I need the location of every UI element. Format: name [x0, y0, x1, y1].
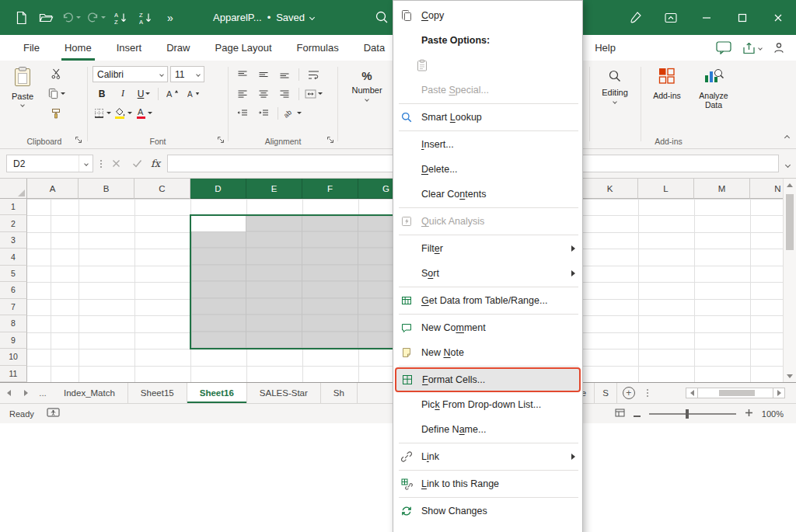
- search-icon[interactable]: [375, 10, 389, 26]
- menu-item-link[interactable]: Link: [393, 444, 582, 469]
- row-header-11[interactable]: 11: [0, 366, 27, 382]
- selection-range[interactable]: [190, 214, 415, 349]
- sheet-nav-right-icon[interactable]: [17, 383, 34, 403]
- active-cell-D2[interactable]: [191, 216, 246, 231]
- column-header-D[interactable]: D: [190, 179, 246, 199]
- scroll-right-icon[interactable]: [773, 388, 785, 398]
- row-header-5[interactable]: 5: [0, 266, 27, 282]
- name-box[interactable]: D2: [6, 155, 93, 172]
- menu-item-insert[interactable]: Insert...: [393, 132, 582, 157]
- align-middle-button[interactable]: [254, 66, 273, 82]
- row-header-2[interactable]: 2: [0, 215, 27, 231]
- menu-item-copy[interactable]: Copy: [393, 3, 582, 28]
- column-header-K[interactable]: K: [582, 179, 638, 199]
- ribbon-options-icon[interactable]: [653, 0, 689, 35]
- comments-button[interactable]: [716, 41, 731, 54]
- zoom-in-button[interactable]: [745, 409, 753, 419]
- document-title-group[interactable]: ApparelP... • Saved: [213, 12, 314, 23]
- sort-za-icon[interactable]: ZA: [134, 6, 157, 30]
- paste-button[interactable]: Paste: [3, 61, 42, 106]
- menu-item-delete[interactable]: Delete...: [393, 157, 582, 182]
- format-painter-button[interactable]: [47, 106, 65, 122]
- menu-item-new-comment[interactable]: New Comment: [393, 315, 582, 340]
- tab-help[interactable]: Help: [582, 35, 628, 61]
- zoom-out-button[interactable]: [634, 409, 641, 419]
- row-header-7[interactable]: 7: [0, 299, 27, 315]
- row-header-4[interactable]: 4: [0, 249, 27, 265]
- vertical-scroll-thumb[interactable]: [786, 194, 794, 250]
- maximize-button[interactable]: [724, 0, 760, 35]
- align-right-button[interactable]: [275, 85, 294, 102]
- scroll-up-icon[interactable]: [784, 179, 796, 191]
- increase-indent-button[interactable]: [254, 105, 273, 121]
- normal-view-icon[interactable]: [615, 409, 625, 419]
- tab-draw[interactable]: Draw: [154, 35, 202, 61]
- column-header-L[interactable]: L: [638, 179, 694, 199]
- borders-button[interactable]: [93, 105, 111, 121]
- menu-item-quick-analysis[interactable]: Quick Analysis: [393, 209, 582, 234]
- menu-item-paste-special[interactable]: Paste Special...: [393, 78, 582, 103]
- insert-function-button[interactable]: fx: [151, 158, 160, 169]
- vertical-scrollbar[interactable]: [783, 179, 796, 382]
- row-header-8[interactable]: 8: [0, 315, 27, 332]
- sheet-tab-sheet15[interactable]: Sheet15: [128, 383, 187, 403]
- share-button[interactable]: [742, 42, 762, 54]
- column-header-C[interactable]: C: [134, 179, 190, 199]
- horizontal-scroll-track[interactable]: [698, 388, 773, 398]
- font-color-button[interactable]: A: [134, 105, 153, 121]
- name-box-dropdown[interactable]: [79, 155, 93, 172]
- menu-item-get-data-from-table-range[interactable]: Get Data from Table/Range...: [393, 288, 582, 313]
- row-header-10[interactable]: 10: [0, 349, 27, 365]
- tab-data[interactable]: Data: [351, 35, 397, 61]
- zoom-level[interactable]: 100%: [762, 409, 784, 419]
- sort-az-icon[interactable]: AZ: [109, 6, 132, 30]
- select-all-corner[interactable]: [0, 179, 27, 199]
- scroll-left-icon[interactable]: [686, 388, 698, 398]
- cut-button[interactable]: [47, 65, 65, 82]
- horizontal-scrollbar[interactable]: [686, 383, 796, 403]
- copy-button[interactable]: [47, 85, 65, 102]
- zoom-slider-thumb[interactable]: [686, 409, 689, 419]
- analyze-data-button[interactable]: AnalyzeData: [690, 61, 737, 110]
- pen-icon[interactable]: [617, 0, 653, 35]
- font-dialog-launcher[interactable]: [217, 136, 225, 144]
- new-sheet-button[interactable]: +: [617, 383, 641, 403]
- add-ins-button[interactable]: Add-ins: [644, 61, 690, 110]
- tab-insert[interactable]: Insert: [104, 35, 155, 61]
- row-header-3[interactable]: 3: [0, 232, 27, 249]
- people-icon[interactable]: [773, 42, 785, 54]
- sheet-tab-index-match[interactable]: Index_Match: [51, 383, 128, 403]
- menu-item-define-name[interactable]: Define Name...: [393, 417, 582, 442]
- sheet-tab-sales-star[interactable]: SALES-Star: [247, 383, 321, 403]
- align-bottom-button[interactable]: [275, 66, 294, 82]
- open-folder-icon[interactable]: [34, 6, 58, 30]
- sheet-tab-sheet16[interactable]: Sheet16: [187, 383, 247, 403]
- alignment-dialog-launcher[interactable]: [326, 136, 335, 144]
- increase-font-size-button[interactable]: A: [163, 85, 182, 102]
- minimize-button[interactable]: [689, 0, 724, 35]
- formula-bar-expand-icon[interactable]: [786, 158, 790, 169]
- column-header-E[interactable]: E: [246, 179, 302, 199]
- column-header-A[interactable]: A: [27, 179, 79, 199]
- menu-item-format-cells[interactable]: Format Cells...: [395, 367, 581, 392]
- editing-button[interactable]: Editing: [592, 61, 637, 103]
- tab-formulas[interactable]: Formulas: [285, 35, 351, 61]
- row-header-6[interactable]: 6: [0, 282, 27, 298]
- column-header-M[interactable]: M: [694, 179, 750, 199]
- cancel-icon[interactable]: [109, 159, 123, 168]
- align-left-button[interactable]: [233, 85, 252, 102]
- menu-item-show-changes[interactable]: Show Changes: [393, 499, 582, 523]
- enter-icon[interactable]: [130, 159, 144, 168]
- italic-button[interactable]: I: [113, 85, 132, 102]
- undo-icon[interactable]: [59, 6, 82, 30]
- wrap-text-button[interactable]: [304, 66, 323, 82]
- column-header-B[interactable]: B: [79, 179, 134, 199]
- accessibility-icon[interactable]: [47, 408, 60, 419]
- menu-item-clear-contents[interactable]: Clear Contents: [393, 182, 582, 207]
- row-header-9[interactable]: 9: [0, 332, 27, 349]
- decrease-font-size-button[interactable]: A: [184, 85, 203, 102]
- column-header-F[interactable]: F: [302, 179, 358, 199]
- menu-item-link-to-this-range[interactable]: Link to this Range: [393, 471, 582, 496]
- horizontal-scroll-thumb[interactable]: [719, 390, 755, 396]
- sheet-tab-sh[interactable]: Sh: [321, 383, 358, 403]
